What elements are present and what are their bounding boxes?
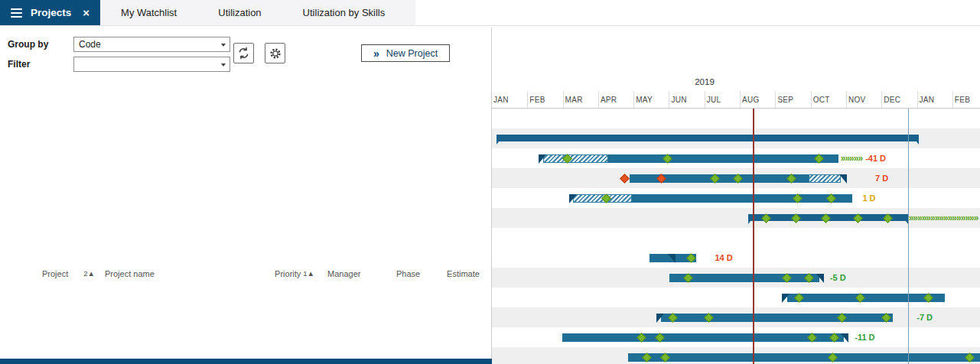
column-header-phase-label: Phase [396, 269, 420, 278]
tab-utilization-by-skills[interactable]: Utilization by Skills [282, 0, 406, 25]
planned-bar-hatched[interactable] [543, 154, 609, 163]
gantt-lane [492, 109, 980, 128]
column-header-project-name[interactable]: Project name [99, 269, 274, 278]
tab-utilization-label: Utilization [218, 7, 261, 18]
menu-icon[interactable] [11, 8, 22, 18]
gantt-lane: -7 D [492, 307, 980, 327]
planta-project-app: Projects × My Watchlist Utilization Util… [0, 0, 980, 364]
month-label: JAN [917, 91, 952, 108]
tab-projects-label: Projects [31, 7, 71, 18]
gantt-lane: -11 D [492, 327, 980, 347]
tab-projects[interactable]: Projects × [0, 0, 100, 25]
month-label: NOV [846, 91, 881, 108]
bar-end-marker [839, 174, 847, 184]
delay-chevrons: »»»»» [841, 153, 864, 164]
delay-label: -41 D [865, 153, 886, 164]
column-header-project[interactable]: Project 2▲ [31, 269, 99, 278]
column-header-phase[interactable]: Phase [386, 269, 435, 278]
delay-label: -7 D [917, 312, 933, 323]
horizontal-scrollbar[interactable] [0, 359, 492, 364]
gantt-bar[interactable] [628, 353, 980, 362]
gantt-lane [492, 288, 980, 307]
column-header-project-label: Project [42, 269, 68, 278]
gantt-bar[interactable] [632, 194, 852, 203]
month-label: FEB [952, 91, 980, 108]
bar-start-marker [569, 194, 577, 203]
bar-start-marker [782, 294, 790, 303]
column-header-priority[interactable]: Priority 1▲ [274, 269, 317, 278]
gantt-lane: 1 D [492, 188, 980, 208]
bar-start-marker [656, 314, 664, 323]
new-project-button[interactable]: » New Project [361, 44, 450, 62]
gantt-lane: »»»»»-41 D [492, 148, 980, 168]
month-label: FEB [527, 91, 562, 108]
gear-icon [269, 47, 282, 60]
planned-bar-hatched[interactable] [809, 174, 841, 183]
delay-label: 7 D [875, 173, 888, 184]
reference-line [908, 109, 909, 364]
filter-label: Filter [8, 59, 30, 70]
month-label: OCT [811, 91, 846, 108]
gantt-lane [492, 228, 980, 248]
column-header-manager-label: Manager [327, 269, 360, 278]
gantt-lane [492, 347, 980, 364]
bar-end-marker [816, 274, 824, 283]
month-labels-row: JANFEBMARAPRMAYJUNJULAUGSEPOCTNOVDECJANF… [492, 91, 980, 108]
close-tab-icon[interactable]: × [83, 7, 90, 18]
column-header-estimate-label: Estimate [447, 269, 480, 278]
month-label: JAN [492, 91, 527, 108]
month-label: MAR [563, 91, 598, 108]
bar-end-marker [668, 254, 676, 263]
settings-button[interactable] [265, 43, 285, 63]
month-label: SEP [775, 91, 810, 108]
tab-my-watchlist[interactable]: My Watchlist [100, 0, 197, 25]
refresh-icon [237, 47, 250, 60]
group-by-value: Code [79, 39, 101, 50]
sort-indicator-priority: 1▲ [303, 269, 314, 278]
bar-end-marker [841, 333, 848, 343]
gantt-lane [492, 128, 980, 148]
tab-utilization-by-skills-label: Utilization by Skills [303, 7, 386, 18]
tab-my-watchlist-label: My Watchlist [121, 7, 177, 18]
column-header-estimate[interactable]: Estimate [435, 269, 492, 278]
column-header-manager[interactable]: Manager [317, 269, 386, 278]
gantt-lane: 14 D [492, 248, 980, 268]
refresh-button[interactable] [233, 43, 254, 63]
double-chevron-icon: » [373, 48, 379, 59]
month-label: MAY [633, 91, 669, 108]
gantt-bar[interactable] [608, 154, 838, 163]
gantt-bar[interactable] [661, 314, 894, 322]
delay-label: -5 D [830, 272, 846, 283]
gantt-lane: »»»»»»»»»»»»»»»» [492, 208, 980, 228]
critical-milestone-diamond[interactable] [620, 174, 630, 184]
today-line [753, 109, 754, 364]
filter-select[interactable] [73, 57, 230, 72]
delay-chevrons: »»»»»»»»»»»»»»»» [909, 213, 980, 223]
gantt-lane: -5 D [492, 268, 980, 288]
summary-bar[interactable] [497, 135, 919, 141]
group-by-select[interactable]: Code [73, 37, 230, 52]
tab-utilization[interactable]: Utilization [197, 0, 282, 25]
delay-label: -11 D [855, 332, 874, 343]
chevron-down-icon [221, 44, 226, 47]
gantt-bar[interactable] [787, 294, 945, 302]
sort-indicator-project: 2▲ [83, 269, 95, 278]
delay-label: 1 D [862, 193, 875, 203]
month-label: JUN [669, 91, 704, 108]
gantt-timescale-header: 2019 JANFEBMARAPRMAYJUNJULAUGSEPOCTNOVDE… [492, 73, 980, 109]
month-label: AUG [740, 91, 775, 108]
year-label: 2019 [492, 77, 917, 86]
group-by-label: Group by [8, 39, 48, 50]
month-label: APR [598, 91, 633, 108]
table-header-row: Project 2▲ Project name Priority 1▲ Mana… [0, 92, 492, 364]
delay-label: 14 D [715, 252, 732, 263]
column-header-project-name-label: Project name [105, 269, 155, 278]
new-project-label: New Project [386, 48, 438, 59]
month-label: JUL [705, 91, 740, 108]
gantt-bar[interactable] [562, 333, 844, 342]
column-header-priority-label: Priority [275, 269, 301, 278]
month-label: DEC [881, 91, 917, 108]
gantt-lane: 7 D [492, 168, 980, 188]
chevron-down-icon [221, 63, 226, 67]
toolbar: Group by Code Filter » New Project [0, 26, 492, 92]
